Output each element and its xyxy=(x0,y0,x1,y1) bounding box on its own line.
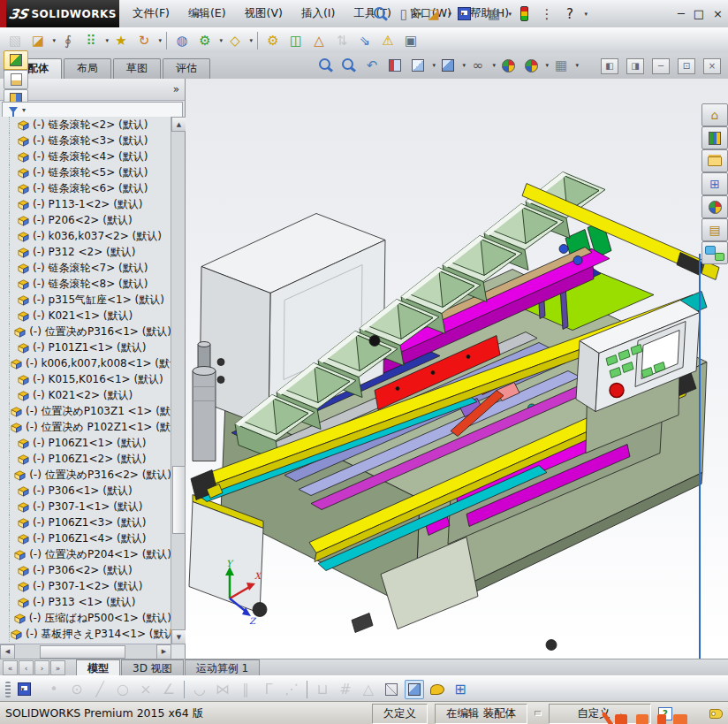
home-icon[interactable]: ⌂ xyxy=(701,103,728,126)
assembly-model[interactable] xyxy=(186,79,728,659)
tree-item[interactable]: (-) p315气缸座<1> (默认) xyxy=(0,292,171,308)
zoom-to-area-icon[interactable] xyxy=(339,56,359,75)
view-palette-icon[interactable]: ⊞ xyxy=(701,172,728,195)
menu-item[interactable]: 编辑(E) xyxy=(186,4,228,23)
mirror-icon[interactable]: ⋈ xyxy=(213,680,232,699)
collapse-panel-right-button[interactable]: ◨ xyxy=(626,58,644,74)
tree-item[interactable]: (-) 位置决めP316<2> (默认) xyxy=(0,467,171,483)
menu-item[interactable]: 文件(F) xyxy=(131,4,171,23)
tree-item[interactable]: (-) 位置决め P102Z1<1> (默认) xyxy=(0,419,171,435)
scroll-right-button[interactable]: ▶ xyxy=(156,644,171,659)
tree-item[interactable]: (-) k036,k037<2> (默认) xyxy=(0,228,171,244)
edit-appearance-icon[interactable] xyxy=(498,56,518,75)
wireframe-view-icon[interactable] xyxy=(382,680,401,699)
print-icon[interactable]: ▦ xyxy=(484,4,504,24)
point-icon[interactable]: • xyxy=(44,680,64,699)
menu-item[interactable]: 插入(I) xyxy=(300,4,337,23)
tree-item[interactable]: (-) P307-1<1> (默认) xyxy=(0,499,171,514)
design-library-icon[interactable] xyxy=(701,126,728,149)
tree-item[interactable]: (-) P106Z1<1> (默认) xyxy=(0,435,171,451)
trim-icon[interactable]: × xyxy=(136,680,155,699)
forum-icon[interactable] xyxy=(701,241,728,264)
move-component-icon[interactable]: ↻ xyxy=(134,31,154,50)
instant3d-icon[interactable]: ⇅ xyxy=(332,31,352,50)
tree-item[interactable]: (-) P106Z1<4> (默认) xyxy=(0,530,171,546)
tree-item[interactable]: (-) K021<2> (默认) xyxy=(0,387,171,403)
section-tool-icon[interactable]: ⇘ xyxy=(355,31,375,50)
circle-icon[interactable]: ⊙ xyxy=(67,680,87,699)
scroll-left-button[interactable]: ◀ xyxy=(0,644,15,659)
view-orientation-icon[interactable] xyxy=(408,56,428,75)
featuremanager-tab-icon[interactable] xyxy=(4,50,28,70)
save-icon[interactable] xyxy=(454,4,474,24)
sheet-tab[interactable]: 3D 视图 xyxy=(121,659,184,676)
prev-sheet-button[interactable]: ‹ xyxy=(19,660,34,675)
tree-item[interactable]: (-) K015,K016<1> (默认) xyxy=(0,371,171,387)
custom-properties-icon[interactable]: ▤ xyxy=(701,218,728,241)
tree-item[interactable]: (-) P306<2> (默认) xyxy=(0,562,171,578)
open-document-icon[interactable]: ◪ xyxy=(28,31,48,50)
dimension-icon[interactable]: ⊔ xyxy=(313,680,332,699)
tree-item[interactable]: (-) P313 <1> (默认) xyxy=(0,594,171,610)
zoom-to-fit-icon[interactable] xyxy=(316,56,336,75)
doc-restore-button[interactable]: ⊡ xyxy=(678,58,695,74)
tree-item[interactable]: (-) 位置决めP103Z1 <1> (默认) xyxy=(0,403,171,419)
scroll-down-button[interactable]: ▼ xyxy=(171,629,186,644)
propertymanager-tab-icon[interactable] xyxy=(4,70,28,89)
scroll-thumb[interactable] xyxy=(40,645,125,659)
tree-item[interactable]: (-) K021<1> (默认) xyxy=(0,308,171,324)
tree-item[interactable]: (-) 位置决めP316<1> (默认) xyxy=(0,324,171,339)
last-sheet-button[interactable]: » xyxy=(50,660,65,675)
spline-icon[interactable]: ⋰ xyxy=(282,680,301,699)
mate-icon[interactable]: ∮ xyxy=(58,31,78,50)
next-sheet-button[interactable]: › xyxy=(34,660,49,675)
grid-icon[interactable]: # xyxy=(336,680,355,699)
update-warning-icon[interactable]: ⚠ xyxy=(378,31,398,50)
graphics-viewport[interactable]: Y X Z ⌂⊞▤ xyxy=(186,79,728,659)
tree-item[interactable]: (-) P101Z1<1> (默认) xyxy=(0,339,171,355)
collapse-panel-left-button[interactable]: ◧ xyxy=(601,58,618,74)
screen-capture-icon[interactable]: ▣ xyxy=(401,31,421,50)
tree-item[interactable]: (-) P312 <2> (默认) xyxy=(0,244,171,260)
tree-item[interactable]: (-) 位置决めP204<1> (默认) xyxy=(0,546,171,562)
new-document-icon[interactable]: ▯ xyxy=(394,4,413,24)
tree-item[interactable]: (-) 压缩ばねP500<1> (默认) xyxy=(0,610,171,626)
tree-item[interactable]: (-) k006,k007,k008<1> (默认) xyxy=(0,355,171,371)
tree-item[interactable]: (-) P113-1<2> (默认) xyxy=(0,196,171,212)
tree-item[interactable]: (-) 链条滚轮<6> (默认) xyxy=(0,180,171,196)
panel-overflow-chevron[interactable]: » xyxy=(173,83,179,95)
command-tab[interactable]: 草图 xyxy=(113,58,161,80)
measure-icon[interactable] xyxy=(428,680,447,699)
options-icon[interactable]: ⋮ xyxy=(537,4,557,24)
tree-filter[interactable]: ▾ xyxy=(2,102,183,118)
scroll-up-button[interactable]: ▲ xyxy=(171,117,186,132)
tree-vertical-scrollbar[interactable]: ▲ ▼ xyxy=(171,117,185,644)
search-icon[interactable] xyxy=(371,4,391,24)
line-icon[interactable]: ╱ xyxy=(90,680,110,699)
scroll-thumb[interactable] xyxy=(172,466,186,534)
drag-handle[interactable] xyxy=(5,682,11,697)
doc-minimize-button[interactable]: ─ xyxy=(652,58,670,74)
maximize-button[interactable]: □ xyxy=(694,7,704,20)
previous-view-icon[interactable]: ↶ xyxy=(362,56,382,75)
tree-item[interactable]: (-) P106Z1<2> (默认) xyxy=(0,451,171,467)
shaded-view-icon[interactable] xyxy=(405,680,424,699)
simulation-icon[interactable]: △ xyxy=(309,31,329,50)
help-icon[interactable]: ? xyxy=(560,4,580,24)
sheet-tab[interactable]: 运动算例 1 xyxy=(185,659,260,676)
tree-item[interactable]: (-) P106Z1<3> (默认) xyxy=(0,514,171,530)
polygon-icon[interactable]: ○ xyxy=(113,680,133,699)
smart-fasteners-icon[interactable]: ★ xyxy=(111,31,131,50)
component-pattern-icon[interactable]: ⠿ xyxy=(81,31,101,50)
close-button[interactable]: × xyxy=(713,7,723,20)
section-view-icon[interactable] xyxy=(385,56,405,75)
angle-icon[interactable]: ∠ xyxy=(159,680,178,699)
filter-caret-icon[interactable]: ▾ xyxy=(22,106,26,114)
design-table-icon[interactable]: ⊞ xyxy=(451,680,470,699)
sheet-tab[interactable]: 模型 xyxy=(76,659,120,676)
tree-item[interactable]: (-) 基板押さえP314<1> (默认) xyxy=(0,626,171,642)
assembly-features-icon[interactable]: ⚙ xyxy=(195,31,215,50)
arc-icon[interactable]: ◡ xyxy=(190,680,209,699)
appearances-icon[interactable] xyxy=(701,195,728,218)
first-sheet-button[interactable]: « xyxy=(3,660,18,675)
